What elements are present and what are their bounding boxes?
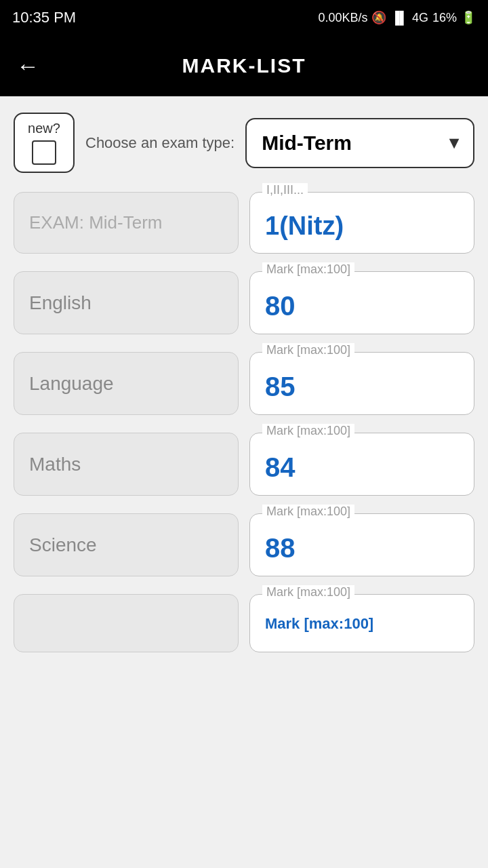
subject-name-1[interactable]: Language: [14, 352, 239, 415]
new-checkbox-container[interactable]: new?: [14, 113, 75, 173]
subject-name-0[interactable]: English: [14, 271, 239, 334]
exam-name-field[interactable]: EXAM: Mid-Term: [14, 192, 239, 254]
battery-level: 16%: [432, 11, 457, 25]
subject-row-3: Science Mark [max:100] 88: [14, 513, 474, 576]
main-content: new? Choose an exam type: Mid-Term ▾ EXA…: [0, 96, 488, 669]
subject-row-0: English Mark [max:100] 80: [14, 271, 474, 334]
serial-field[interactable]: I,II,III... 1(Nitz): [249, 192, 474, 254]
subject-name-3[interactable]: Science: [14, 513, 239, 576]
exam-type-dropdown[interactable]: Mid-Term ▾: [245, 118, 474, 168]
serial-field-label: I,II,III...: [262, 183, 308, 197]
new-checkbox[interactable]: [32, 140, 56, 165]
mark-field-1[interactable]: Mark [max:100] 85: [249, 352, 474, 415]
bottom-partial-row: Mark [max:100] Mark [max:100]: [14, 594, 474, 652]
mark-label-1: Mark [max:100]: [262, 343, 354, 357]
bottom-mark-field: Mark [max:100] Mark [max:100]: [249, 594, 474, 652]
mark-label-2: Mark [max:100]: [262, 424, 354, 438]
page-title: MARK-LIST: [53, 54, 435, 77]
top-controls-row: new? Choose an exam type: Mid-Term ▾: [14, 113, 474, 173]
mark-field-2[interactable]: Mark [max:100] 84: [249, 433, 474, 496]
status-time: 10:35 PM: [12, 9, 76, 26]
bottom-subject-placeholder: [14, 594, 239, 652]
back-button[interactable]: ←: [16, 53, 39, 79]
mark-value-3: 88: [265, 533, 459, 564]
bottom-mark-partial: Mark [max:100]: [265, 608, 459, 639]
network-type: 4G: [412, 11, 428, 25]
exam-type-label: Choose an exam type:: [85, 134, 235, 152]
status-right: 0.00KB/s 🔕 ▐▌ 4G 16% 🔋: [318, 10, 476, 25]
exam-type-value: Mid-Term: [262, 132, 352, 155]
new-label: new?: [28, 121, 60, 136]
battery-icon: 🔋: [461, 10, 476, 25]
mark-value-0: 80: [265, 291, 459, 321]
mark-label-3: Mark [max:100]: [262, 505, 354, 519]
exam-name-row: EXAM: Mid-Term I,II,III... 1(Nitz): [14, 192, 474, 254]
mark-field-0[interactable]: Mark [max:100] 80: [249, 271, 474, 334]
app-header: ← MARK-LIST: [0, 35, 488, 96]
bottom-mark-label: Mark [max:100]: [262, 585, 354, 599]
network-speed: 0.00KB/s: [318, 11, 367, 25]
status-bar: 10:35 PM 0.00KB/s 🔕 ▐▌ 4G 16% 🔋: [0, 0, 488, 35]
mark-value-2: 84: [265, 452, 459, 483]
signal-mute-icon: 🔕: [371, 10, 386, 25]
signal-bars-icon: ▐▌: [390, 11, 408, 25]
subjects-list: English Mark [max:100] 80 Language Mark …: [14, 271, 474, 576]
subject-row-2: Maths Mark [max:100] 84: [14, 433, 474, 496]
subject-row-1: Language Mark [max:100] 85: [14, 352, 474, 415]
mark-field-3[interactable]: Mark [max:100] 88: [249, 513, 474, 576]
mark-label-0: Mark [max:100]: [262, 262, 354, 277]
serial-value: 1(Nitz): [265, 212, 459, 241]
subject-name-2[interactable]: Maths: [14, 433, 239, 496]
chevron-down-icon: ▾: [449, 132, 458, 153]
mark-value-1: 85: [265, 372, 459, 402]
exam-name-placeholder: EXAM: Mid-Term: [29, 212, 162, 233]
